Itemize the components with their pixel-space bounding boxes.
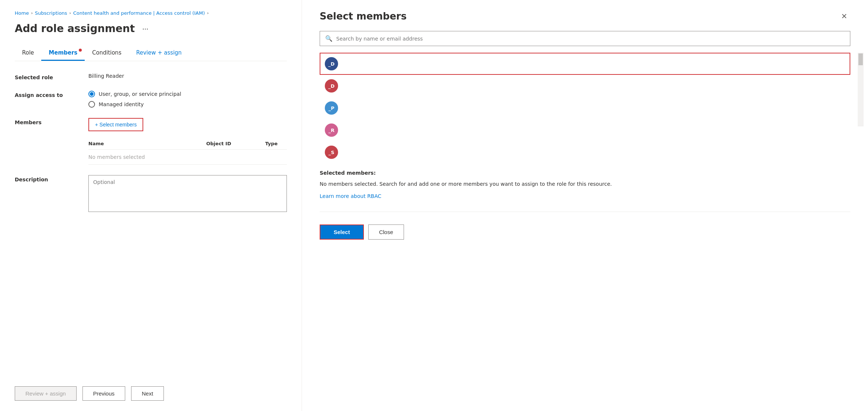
breadcrumb-subscriptions[interactable]: Subscriptions	[35, 10, 67, 16]
close-panel-button[interactable]: ✕	[838, 10, 850, 22]
panel-title-row: Select members ✕	[320, 10, 850, 22]
breadcrumb-sep-1: ›	[31, 11, 32, 15]
no-members-row: No members selected	[88, 150, 287, 165]
description-label: Description	[15, 175, 88, 182]
radio-label-user: User, group, or service principal	[99, 91, 181, 97]
list-scroll-area: _D _D _P _R _S	[320, 53, 850, 170]
avatar-d2: _D	[325, 79, 338, 93]
radio-circle-user	[88, 91, 95, 97]
selected-members-label: Selected members:	[320, 170, 850, 176]
radio-user-group[interactable]: User, group, or service principal	[88, 91, 287, 97]
footer: Review + assign Previous Next	[15, 379, 287, 411]
select-members-button[interactable]: + Select members	[88, 118, 143, 131]
members-label: Members	[15, 118, 88, 125]
tabs-bar: Role Members Conditions Review + assign	[15, 46, 287, 61]
search-icon: 🔍	[325, 35, 333, 42]
selected-role-label: Selected role	[15, 73, 88, 80]
table-header: Name Object ID Type	[88, 138, 287, 150]
breadcrumb-home[interactable]: Home	[15, 10, 29, 16]
tab-role[interactable]: Role	[15, 46, 41, 61]
ellipsis-button[interactable]: ···	[140, 24, 151, 34]
avatar-s1: _S	[325, 146, 338, 159]
member-item-d1[interactable]: _D	[320, 53, 850, 75]
panel-footer: Select Close	[320, 224, 850, 240]
breadcrumb: Home › Subscriptions › Content health an…	[15, 10, 287, 16]
avatar-p1: _P	[325, 101, 338, 115]
left-panel: Home › Subscriptions › Content health an…	[0, 0, 302, 411]
tab-review[interactable]: Review + assign	[129, 46, 189, 61]
assign-access-value: User, group, or service principal Manage…	[88, 91, 287, 108]
members-table: Name Object ID Type No members selected	[88, 138, 287, 165]
breadcrumb-sep-3: ›	[207, 11, 208, 15]
member-item-d2[interactable]: _D	[320, 75, 850, 97]
description-value	[88, 175, 287, 213]
radio-group: User, group, or service principal Manage…	[88, 91, 287, 108]
learn-more-link[interactable]: Learn more about RBAC	[320, 193, 382, 199]
assign-access-row: Assign access to User, group, or service…	[15, 91, 287, 108]
close-action-button[interactable]: Close	[368, 224, 404, 240]
radio-circle-managed	[88, 101, 95, 108]
members-value: + Select members Name Object ID Type No …	[88, 118, 287, 165]
search-box: 🔍	[320, 31, 850, 46]
previous-button[interactable]: Previous	[82, 386, 125, 401]
avatar-d1: _D	[325, 57, 338, 70]
page-title: Add role assignment	[15, 22, 135, 35]
breadcrumb-iam[interactable]: Content health and performance | Access …	[73, 10, 205, 16]
members-dot	[79, 49, 82, 52]
radio-managed[interactable]: Managed identity	[88, 101, 287, 108]
search-input[interactable]	[336, 36, 845, 42]
tab-members[interactable]: Members	[41, 46, 85, 61]
review-assign-button[interactable]: Review + assign	[15, 386, 77, 401]
right-panel: Select members ✕ 🔍 _D _D _P _R	[302, 0, 868, 411]
description-row: Description	[15, 175, 287, 213]
th-object-id: Object ID	[206, 141, 265, 146]
member-item-r1[interactable]: _R	[320, 119, 850, 141]
avatar-r1: _R	[325, 123, 338, 137]
selected-role-row: Selected role Billing Reader	[15, 73, 287, 80]
scrollbar-track[interactable]	[858, 53, 864, 126]
selected-members-section: Selected members: No members selected. S…	[320, 170, 850, 199]
panel-title: Select members	[320, 11, 407, 22]
selected-role-value: Billing Reader	[88, 73, 287, 79]
tab-conditions[interactable]: Conditions	[85, 46, 129, 61]
next-button[interactable]: Next	[131, 386, 164, 401]
scrollbar-thumb	[858, 53, 863, 65]
member-list: _D _D _P _R _S	[320, 53, 850, 163]
member-item-s1[interactable]: _S	[320, 141, 850, 163]
select-button[interactable]: Select	[320, 224, 364, 240]
members-row: Members + Select members Name Object ID …	[15, 118, 287, 165]
description-textarea[interactable]	[88, 175, 287, 212]
page-title-row: Add role assignment ···	[15, 22, 287, 35]
th-name: Name	[88, 141, 206, 146]
member-item-p1[interactable]: _P	[320, 97, 850, 119]
no-members-text: No members selected. Search for and add …	[320, 180, 850, 188]
divider	[320, 212, 850, 212]
assign-access-label: Assign access to	[15, 91, 88, 98]
breadcrumb-sep-2: ›	[69, 11, 71, 15]
radio-label-managed: Managed identity	[99, 101, 144, 107]
